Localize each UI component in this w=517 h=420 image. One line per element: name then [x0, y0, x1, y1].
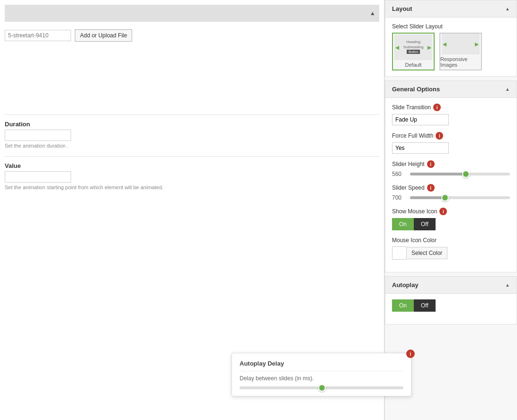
- tooltip-info-icon[interactable]: i: [406, 350, 415, 358]
- autoplay-collapse-icon[interactable]: ▲: [505, 282, 510, 288]
- slider-height-info-icon[interactable]: i: [427, 160, 435, 168]
- slider-speed-info-icon[interactable]: i: [427, 184, 435, 192]
- tooltip-body: Delay between slides (in ms).: [240, 375, 403, 382]
- value-field-row: Value Set the animation starting point f…: [5, 162, 379, 190]
- slider-speed-control: 700: [392, 194, 510, 201]
- general-options-body: Slide Transition i Fade Up Fade Slide Le…: [385, 98, 517, 272]
- layout-thumb-default-label: Default: [405, 62, 422, 68]
- layout-section-body: Select Slider Layout ◀ HeadingSubheading…: [385, 18, 517, 76]
- slider-height-track[interactable]: [410, 173, 510, 175]
- slider-speed-row: Slider Speed i 700: [392, 184, 510, 201]
- layout-thumbs: ◀ HeadingSubheadingButton ▶ Default ◀ ▶ …: [392, 33, 510, 70]
- divider-1: [5, 114, 379, 115]
- force-full-width-row: Force Full Width i Yes No: [392, 132, 510, 154]
- slide-transition-row: Slide Transition i Fade Up Fade Slide Le…: [392, 104, 510, 125]
- autoplay-section-body: On Off: [385, 294, 517, 324]
- tooltip-range-thumb[interactable]: [318, 384, 326, 392]
- file-name-input[interactable]: [5, 30, 71, 41]
- slider-speed-track[interactable]: [410, 196, 510, 199]
- mouse-icon-off-button[interactable]: Off: [414, 218, 436, 230]
- slider-height-fill: [410, 173, 466, 175]
- mouse-icon-on-button[interactable]: On: [392, 218, 414, 230]
- tooltip-title: Autoplay Delay: [240, 360, 403, 371]
- general-options-collapse-icon[interactable]: ▲: [505, 87, 510, 92]
- autoplay-toggle-row: On Off: [392, 299, 510, 312]
- slider-height-value: 560: [392, 171, 406, 177]
- force-full-width-label: Force Full Width i: [392, 132, 510, 140]
- autoplay-delay-tooltip: Autoplay Delay Delay between slides (in …: [232, 353, 411, 396]
- duration-input[interactable]: [5, 130, 71, 141]
- tooltip-range-track[interactable]: [240, 386, 403, 389]
- value-label: Value: [5, 162, 379, 169]
- slider-speed-value: 700: [392, 194, 406, 201]
- slider-height-thumb[interactable]: [462, 170, 470, 178]
- slide-transition-info-icon[interactable]: i: [433, 104, 441, 111]
- collapse-arrow-icon[interactable]: ▲: [370, 10, 375, 17]
- duration-label: Duration: [5, 121, 379, 128]
- thumb-default-text: HeadingSubheadingButton: [403, 40, 424, 54]
- layout-thumb-default[interactable]: ◀ HeadingSubheadingButton ▶ Default: [392, 33, 435, 70]
- force-full-width-select[interactable]: Yes No: [392, 142, 449, 154]
- autoplay-section: Autoplay ▲ On Off: [385, 276, 517, 324]
- slider-height-label: Slider Height i: [392, 160, 510, 168]
- show-mouse-icon-row: Show Mouse Icon i On Off: [392, 208, 510, 230]
- slider-height-row: Slider Height i 560: [392, 160, 510, 177]
- thumb-left-arrow-icon: ◀: [395, 45, 399, 50]
- show-mouse-icon-toggle: On Off: [392, 218, 510, 230]
- value-input[interactable]: [5, 171, 71, 183]
- layout-option-label: Select Slider Layout: [392, 23, 510, 30]
- spacer-area: [5, 52, 379, 109]
- autoplay-section-header: Autoplay ▲: [385, 277, 517, 294]
- file-upload-row: Add or Upload File: [5, 26, 379, 44]
- tooltip-slider-row: [240, 386, 403, 389]
- general-options-header: General Options ▲: [385, 81, 517, 98]
- mouse-icon-color-label: Mouse Icon Color: [392, 237, 510, 244]
- slide-transition-label: Slide Transition i: [392, 104, 510, 111]
- general-options-section: General Options ▲ Slide Transition i Fad…: [385, 80, 517, 272]
- layout-thumb-responsive-label: Responsive Images: [440, 56, 481, 68]
- layout-section: Layout ▲ Select Slider Layout ◀ HeadingS…: [385, 0, 517, 77]
- layout-thumb-responsive[interactable]: ◀ ▶ Responsive Images: [439, 33, 482, 70]
- left-top-bar: ▲: [5, 5, 379, 22]
- force-full-width-info-icon[interactable]: i: [436, 132, 443, 140]
- thumb-responsive-left-arrow: ◀: [443, 42, 446, 47]
- general-options-title: General Options: [392, 86, 440, 93]
- layout-section-title: Layout: [392, 5, 412, 12]
- thumb-inner-default: ◀ HeadingSubheadingButton ▶: [394, 35, 432, 60]
- value-hint: Set the animation starting point from wh…: [5, 184, 379, 190]
- divider-2: [5, 156, 379, 157]
- show-mouse-icon-label: Show Mouse Icon i: [392, 208, 510, 215]
- slide-transition-select[interactable]: Fade Up Fade Slide Left Slide Right: [392, 114, 449, 125]
- slider-speed-label: Slider Speed i: [392, 184, 510, 192]
- mouse-icon-color-row: Mouse Icon Color Select Color: [392, 237, 510, 260]
- autoplay-toggle: On Off: [392, 299, 510, 312]
- autoplay-section-title: Autoplay: [392, 281, 419, 289]
- select-color-button[interactable]: Select Color: [406, 247, 447, 259]
- show-mouse-icon-info-icon[interactable]: i: [439, 208, 447, 215]
- layout-section-header: Layout ▲: [385, 0, 517, 18]
- autoplay-on-button[interactable]: On: [392, 299, 414, 312]
- color-swatch[interactable]: [392, 246, 406, 260]
- duration-hint: Set the animation duration .: [5, 143, 379, 149]
- slider-speed-fill: [410, 196, 445, 199]
- layout-collapse-icon[interactable]: ▲: [505, 6, 510, 11]
- thumb-right-arrow-icon: ▶: [428, 45, 431, 50]
- autoplay-off-button[interactable]: Off: [414, 299, 436, 312]
- slider-height-control: 560: [392, 171, 510, 177]
- duration-field-row: Duration Set the animation duration .: [5, 121, 379, 149]
- upload-button[interactable]: Add or Upload File: [75, 29, 132, 42]
- thumb-responsive-right-arrow: ▶: [475, 42, 479, 47]
- slider-speed-thumb[interactable]: [441, 194, 449, 201]
- thumb-inner-responsive: ◀ ▶: [442, 34, 480, 54]
- mouse-icon-color-picker: Select Color: [392, 246, 510, 260]
